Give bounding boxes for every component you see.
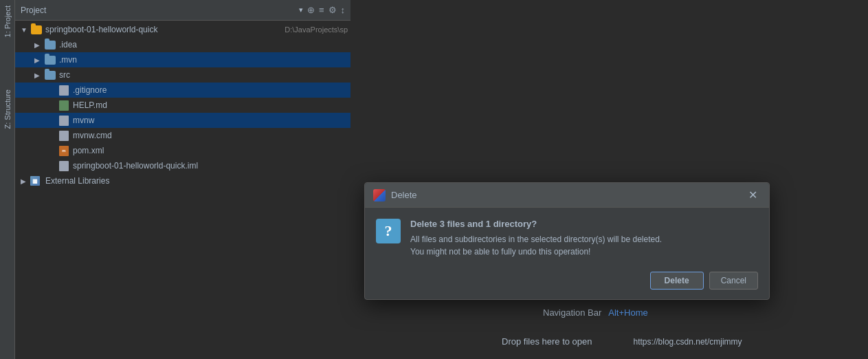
src-folder-icon [44,69,56,80]
idea-folder-icon [44,39,56,50]
tree-arrow-mvn: ▶ [34,56,44,64]
question-icon: ? [376,219,401,243]
dialog-title-text: Delete [391,190,744,200]
src-label: src [59,70,348,80]
panel-scroll-icon[interactable]: ≡ [319,5,324,15]
gitignore-file-icon [58,85,70,96]
list-item[interactable]: ▶ m pom.xml [15,143,350,158]
external-libraries-label: External Libraries [45,176,348,186]
sidebar-item-project[interactable]: 1: Project [2,0,13,43]
mvn-folder-icon [44,54,56,65]
mvnwcmd-label: mvnw.cmd [73,131,348,140]
gitignore-label: .gitignore [73,85,348,95]
root-label: springboot-01-helloworld-quick [45,25,282,34]
mvn-label: .mvn [59,55,348,65]
cancel-button[interactable]: Cancel [709,272,758,290]
list-item[interactable]: ▶ .idea [15,37,350,52]
mvnwcmd-file-icon [58,130,70,141]
panel-settings-icon[interactable]: ⚙ [329,5,337,15]
dialog-body: ? Delete 3 files and 1 directory? All fi… [365,208,769,266]
root-folder-icon [30,24,43,35]
list-item[interactable]: ▶ mvnw.cmd [15,128,350,143]
panel-dropdown-arrow[interactable]: ▾ [299,6,303,14]
idea-label: .idea [59,40,348,50]
tree-arrow-ext: ▶ [21,177,30,185]
panel-header: Project ▾ ⊕ ≡ ⚙ ↕ [15,0,350,21]
list-item[interactable]: ▶ mvnw [15,113,350,128]
iml-label: springboot-01-helloworld-quick.iml [73,161,348,171]
tree-arrow-src: ▶ [34,72,44,79]
help-file-icon [58,100,70,111]
tree-root[interactable]: ▼ springboot-01-helloworld-quick D:\Java… [15,22,350,37]
list-item[interactable]: ▶ src [15,67,350,83]
dialog-message: Delete 3 files and 1 directory? All file… [410,219,758,258]
dialog-close-button[interactable]: ✕ [744,187,761,204]
panel-expand-icon[interactable]: ↕ [341,5,346,15]
panel-title: Project [21,6,295,15]
tree-arrow-idea: ▶ [34,41,44,49]
dialog-message-body: All files and subdirectories in the sele… [410,233,758,258]
mvnw-label: mvnw [73,116,348,125]
panel-locate-icon[interactable]: ⊕ [307,5,315,15]
side-tab-panel: 1: Project Z: Structure [0,0,15,359]
list-item[interactable]: ▶ .gitignore [15,83,350,98]
list-item[interactable]: ▶ .mvn [15,52,350,67]
main-content-area: Navigation Bar Alt+Home Drop files here … [350,0,868,359]
list-item[interactable]: ▶ springboot-01-helloworld-quick.iml [15,158,350,173]
panel-header-icons: ⊕ ≡ ⚙ ↕ [307,5,345,15]
ext-lib-icon: ▦ [30,175,43,186]
iml-file-icon [58,160,70,171]
root-path: D:\JavaProjects\sp [285,25,348,34]
drop-files-text: Drop files here to open [502,336,592,347]
file-tree: ▼ springboot-01-helloworld-quick D:\Java… [15,21,350,359]
tree-arrow-root: ▼ [21,26,30,34]
mvnw-file-icon [58,115,70,126]
project-panel: Project ▾ ⊕ ≡ ⚙ ↕ ▼ springboot-01-hellow… [15,0,350,359]
delete-button[interactable]: Delete [650,272,704,290]
nav-bar-label: Navigation Bar [543,307,601,318]
dialog-message-title: Delete 3 files and 1 directory? [410,219,758,229]
nav-bar-shortcut: Alt+Home [608,307,647,318]
pom-label: pom.xml [73,146,348,155]
help-label: HELP.md [73,100,348,110]
dialog-footer: Delete Cancel [365,266,769,299]
sidebar-item-structure[interactable]: Z: Structure [2,84,13,134]
pom-file-icon: m [58,145,70,156]
list-item[interactable]: ▶ HELP.md [15,98,350,113]
list-item-external-libraries[interactable]: ▶ ▦ External Libraries [15,173,350,188]
delete-dialog: Delete ✕ ? Delete 3 files and 1 director… [364,182,770,300]
drop-files-url: https://blog.csdn.net/cmjimmy [634,337,742,347]
dialog-titlebar: Delete ✕ [365,183,769,208]
dialog-title-icon [373,189,386,202]
